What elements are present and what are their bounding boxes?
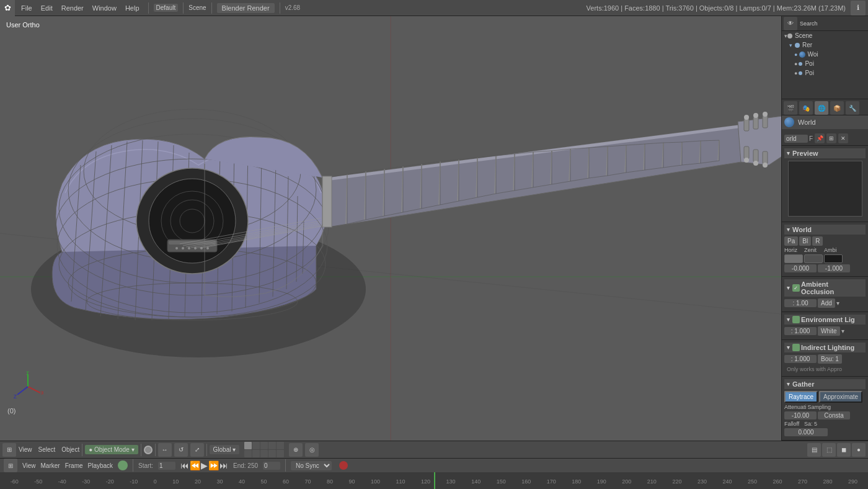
env-header[interactable]: ▾ Environment Lig <box>784 315 866 325</box>
layer-3[interactable] <box>260 442 268 449</box>
menu-file[interactable]: File <box>17 3 36 13</box>
timeline-view[interactable]: View <box>22 462 36 469</box>
pa-btn[interactable]: Pa <box>784 236 798 246</box>
env-value-input[interactable] <box>784 327 817 335</box>
toolbar-view-icon[interactable]: ⊞ <box>2 443 16 457</box>
rotate-icon[interactable]: ↺ <box>174 443 188 457</box>
copy-icon[interactable]: ⊞ <box>826 133 836 143</box>
layer-4[interactable] <box>268 442 276 449</box>
select-menu[interactable]: Select <box>38 446 56 453</box>
preview-header[interactable]: ▾ Preview <box>784 148 866 158</box>
svg-text:y: y <box>26 371 29 375</box>
gather-values-row <box>784 411 866 419</box>
engine-selector[interactable]: Blender Render <box>217 3 275 13</box>
layer-9[interactable] <box>268 450 276 457</box>
world-name-input[interactable] <box>784 135 808 143</box>
outliner-item-poi2[interactable]: ● Poi <box>782 68 868 78</box>
env-checkbox[interactable] <box>792 316 800 323</box>
layer-5[interactable] <box>277 442 284 449</box>
pivot-dot[interactable] <box>144 446 153 454</box>
sync-select[interactable]: No Sync <box>291 461 332 470</box>
timeline-marker[interactable]: Marker <box>41 462 60 469</box>
view-menu[interactable]: View <box>19 446 32 453</box>
ao-header[interactable]: ▾ ✓ Ambient Occlusion <box>784 279 866 297</box>
layout-selector[interactable]: Default <box>154 4 179 12</box>
ambi-swatch[interactable] <box>824 254 843 263</box>
grab-icon[interactable]: ↔ <box>158 443 172 457</box>
world-props-icon[interactable]: 🌐 <box>815 101 828 115</box>
indirect-checkbox[interactable] <box>792 344 800 351</box>
env-white-btn[interactable]: White <box>818 326 840 336</box>
falloff-value-input[interactable] <box>784 428 828 436</box>
render-props-icon[interactable]: 🎬 <box>784 101 797 115</box>
timeline-frame[interactable]: Frame <box>65 462 83 469</box>
scene-props-icon[interactable]: 🎭 <box>799 101 813 115</box>
jump-end-btn[interactable]: ⏭ <box>219 460 228 470</box>
x-icon[interactable]: ✕ <box>838 133 848 143</box>
viewport-shade-2[interactable]: ⬚ <box>822 443 836 457</box>
viewport-shade-3[interactable]: ◼ <box>837 443 851 457</box>
ao-value-input[interactable] <box>784 299 817 307</box>
blender-icon[interactable]: ✿ <box>0 0 15 16</box>
view-icon[interactable]: 👁 <box>784 17 797 30</box>
world-section-header[interactable]: ▾ World <box>784 225 866 235</box>
zenit-swatch[interactable] <box>804 254 823 263</box>
play-back-btn[interactable]: ⏪ <box>190 460 200 470</box>
bl-btn[interactable]: Bl <box>799 236 811 246</box>
layer-1[interactable] <box>244 442 252 449</box>
outliner-item-world[interactable]: ● Woi <box>782 50 868 59</box>
menu-edit[interactable]: Edit <box>37 3 56 13</box>
frame-indicator: (0) <box>7 407 16 415</box>
object-props-icon[interactable]: 📦 <box>830 101 844 115</box>
menu-help[interactable]: Help <box>122 3 143 13</box>
outliner-item-scene[interactable]: ▾ Scene <box>782 31 868 40</box>
ao-add-btn[interactable]: Add <box>818 298 835 308</box>
transform-orient[interactable]: Global ▾ <box>210 445 240 454</box>
consta-input[interactable] <box>818 411 850 419</box>
gather-header[interactable]: ▾ Gather <box>784 379 866 389</box>
object-menu[interactable]: Object <box>61 446 79 453</box>
info-icon[interactable]: ℹ <box>851 1 866 16</box>
ambi-value-input[interactable] <box>818 264 850 272</box>
attenuate-value-input[interactable] <box>784 411 817 419</box>
indirect-value-input[interactable] <box>784 355 817 363</box>
r-btn[interactable]: R <box>812 236 823 246</box>
timeline-play-dot[interactable] <box>118 460 128 470</box>
scale-icon[interactable]: ⤢ <box>190 443 204 457</box>
menu-window[interactable]: Window <box>89 3 120 13</box>
current-frame-input[interactable] <box>263 462 280 470</box>
play-btn[interactable]: ▶ <box>201 460 208 470</box>
horiz-value-input[interactable] <box>784 264 817 272</box>
viewport-label: User Ortho <box>6 21 40 29</box>
ao-checkbox[interactable]: ✓ <box>792 284 800 292</box>
indirect-header[interactable]: ▾ Indirect Lighting <box>784 343 866 352</box>
record-btn[interactable] <box>339 461 348 470</box>
horiz-swatch[interactable] <box>784 254 803 263</box>
mode-selector[interactable]: ● Object Mode ▾ <box>85 445 138 454</box>
menu-render[interactable]: Render <box>58 3 87 13</box>
timeline-icon[interactable]: ⊞ <box>4 459 17 472</box>
layer-8[interactable] <box>260 450 268 457</box>
timeline-ruler[interactable]: -60-50-40-30-20-100102030405060708090100… <box>0 472 868 489</box>
pin-icon[interactable]: 📌 <box>815 133 825 143</box>
jump-start-btn[interactable]: ⏮ <box>180 460 189 470</box>
snap-icon[interactable]: ⊕ <box>289 443 303 457</box>
indirect-bou-btn[interactable]: Bou: 1 <box>818 354 842 364</box>
raytrace-btn[interactable]: Raytrace <box>784 391 818 403</box>
approximate-btn[interactable]: Approximate <box>819 391 862 403</box>
outliner-item-render[interactable]: ▾ Rer <box>782 40 868 50</box>
viewport-3d[interactable]: User Ortho <box>0 16 781 441</box>
viewport-shade-4[interactable]: ● <box>852 443 866 457</box>
layer-6[interactable] <box>244 450 252 457</box>
start-frame-input[interactable] <box>158 462 175 470</box>
modifier-icon[interactable]: 🔧 <box>846 101 859 115</box>
scene-label[interactable]: Scene <box>186 4 208 11</box>
layer-7[interactable] <box>252 450 260 457</box>
layer-2[interactable] <box>252 442 260 449</box>
layer-10[interactable] <box>277 450 284 457</box>
play-fwd-btn[interactable]: ⏩ <box>208 460 219 470</box>
outliner-item-poi1[interactable]: ● Poi <box>782 59 868 68</box>
timeline-playback[interactable]: Playback <box>88 462 113 469</box>
proportional-icon[interactable]: ◎ <box>305 443 319 457</box>
viewport-shade-1[interactable]: ▤ <box>807 443 821 457</box>
